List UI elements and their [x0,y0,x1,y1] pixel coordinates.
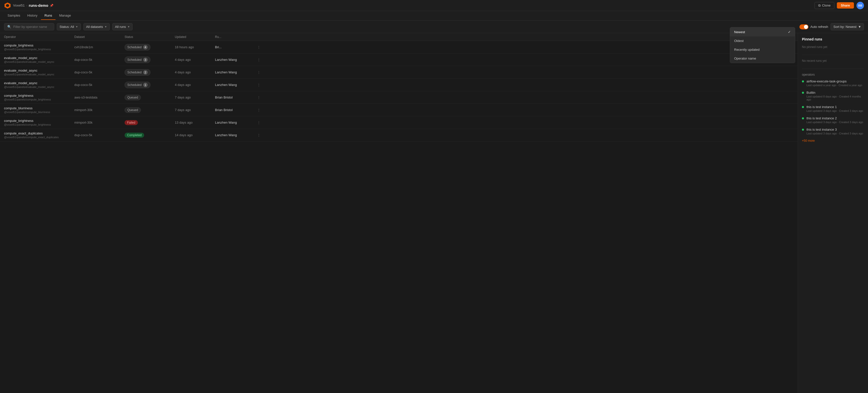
search-input[interactable] [13,25,51,29]
project-name[interactable]: Voxel51 [13,3,25,7]
dataset-cell: dup-coco-5k [74,58,125,62]
row-more-button[interactable]: ⋮ [255,69,262,76]
sort-option[interactable]: Recently updated [730,45,795,54]
table-row[interactable]: compute_exact_duplicates @voxel51/panels… [0,129,798,142]
current-project: runs-demo [29,3,49,7]
operator-name: evaluate_model_async [4,81,74,85]
operator-path: @voxel51/panels/compute_exact_duplicates [4,136,74,139]
topbar: Voxel51 › runs-demo 📌 ⧉ Clone Share BB [0,0,868,11]
operator-cell: evaluate_model_async @voxel51/panels/eva… [4,81,74,88]
status-cell: Failed [125,120,175,125]
datasets-chevron-icon: ▼ [104,25,107,28]
col-actions [255,35,265,39]
sort-option[interactable]: Newest ✓ [730,27,795,36]
runner-cell: Bri... [215,45,255,49]
row-more-button[interactable]: ⋮ [255,119,262,126]
tab-manage[interactable]: Manage [56,11,74,20]
op-meta: Last updated 8 days ago · Created 4 mont… [806,95,864,101]
auto-refresh-switch[interactable] [800,24,808,29]
runner-cell: Lanzhen Wang [215,58,255,62]
updated-cell: 7 days ago [175,95,215,99]
status-badge: Queued [125,107,141,113]
op-info: this is test instance 2 Last updated 3 d… [806,116,864,124]
runs-chevron-icon: ▼ [127,25,130,28]
op-status-dot [802,92,804,94]
tab-samples[interactable]: Samples [4,11,24,20]
sort-button[interactable]: Sort by: Newest ▼ [831,23,864,30]
updated-cell: 4 days ago [175,70,215,74]
runs-filter[interactable]: All runs ▼ [112,23,133,30]
row-more-button[interactable]: ⋮ [255,132,262,139]
operator-name: evaluate_model_async [4,56,74,60]
operator-name: compute_brightness [4,94,74,97]
table-row[interactable]: evaluate_model_async @voxel51/panels/eva… [0,66,798,79]
row-more-button[interactable]: ⋮ [255,44,262,51]
updated-cell: 4 days ago [175,58,215,62]
row-more-button[interactable]: ⋮ [255,94,262,101]
clone-button[interactable]: ⧉ Clone [814,2,834,9]
table-row[interactable]: compute_brightness @voxel51/panels/compu… [0,91,798,104]
sort-option[interactable]: Operator name [730,54,795,63]
updated-cell: 4 days ago [175,83,215,87]
updated-cell: 7 days ago [175,108,215,112]
status-cell: Completed [125,133,175,138]
share-button[interactable]: Share [837,2,854,8]
table-row[interactable]: evaluate_model_async @voxel51/panels/eva… [0,54,798,66]
tab-runs[interactable]: Runs [41,11,56,20]
operator-cell: evaluate_model_async @voxel51/panels/eva… [4,69,74,76]
runner-cell: Lanzhen Wang [215,121,255,124]
op-status-dot [802,129,804,131]
table-row[interactable]: compute_blurriness @voxel51/panels/compu… [0,104,798,116]
operators-list: airflow-execute-task-groups Last updated… [802,80,864,135]
op-status-dot [802,81,804,83]
tab-history[interactable]: History [24,11,41,20]
op-name: airflow-execute-task-groups [806,80,864,83]
datasets-filter[interactable]: All datasets ▼ [83,23,110,30]
more-operators-link[interactable]: +50 more [802,139,864,143]
sort-option[interactable]: Oldest [730,36,795,45]
row-more-button[interactable]: ⋮ [255,56,262,63]
runner-cell: Lanzhen Wang [215,133,255,137]
dataset-cell: dup-coco-5k [74,133,125,137]
op-name: this is test instance 2 [806,116,864,120]
operator-item[interactable]: Builtin Last updated 8 days ago · Create… [802,91,864,101]
sort-option-label: Operator name [734,57,756,60]
runner-cell: Brian Bristol [215,108,255,112]
operator-item[interactable]: this is test instance 1 Last updated 3 d… [802,105,864,112]
operator-path: @voxel51/panels/evaluate_model_async [4,73,74,76]
table-row[interactable]: compute_brightness @voxel51/panels/compu… [0,116,798,129]
sort-checkmark-icon: ✓ [788,30,791,34]
operator-name: evaluate_model_async [4,69,74,72]
table-row[interactable]: evaluate_model_async @voxel51/panels/eva… [0,79,798,91]
col-updated: Updated [175,35,215,39]
breadcrumb-separator: › [26,3,27,7]
op-meta: Last updated 3 days ago · Created 3 days… [806,121,864,124]
operator-cell: compute_brightness @voxel51/panels/compu… [4,43,74,51]
col-status: Status [125,35,175,39]
status-filter[interactable]: Status: All ▼ [57,23,81,30]
status-badge: Scheduled3 [125,57,150,63]
pin-icon[interactable]: 📌 [50,4,54,7]
op-info: Builtin Last updated 8 days ago · Create… [806,91,864,101]
nav-tabs: Samples History Runs Manage [0,11,868,21]
table-row[interactable]: compute_brightness @voxel51/panels/compu… [0,41,798,54]
op-info: this is test instance 1 Last updated 3 d… [806,105,864,112]
row-more-button[interactable]: ⋮ [255,82,262,88]
col-run: Ru... [215,35,255,39]
operator-item[interactable]: airflow-execute-task-groups Last updated… [802,80,864,87]
updated-cell: 13 days ago [175,121,215,124]
op-meta: Last updated 3 days ago · Created 3 days… [806,109,864,112]
row-more-button[interactable]: ⋮ [255,107,262,114]
pinned-runs-title: Pinned runs [802,37,864,41]
operator-item[interactable]: this is test instance 3 Last updated 3 d… [802,128,864,135]
dataset-cell: dup-coco-5k [74,83,125,87]
operator-path: @voxel51/panels/compute_blurriness [4,111,74,114]
status-cell: Scheduled2 [125,69,175,75]
operator-path: @voxel51/panels/compute_brightness [4,48,74,51]
status-cell: Queued [125,107,175,113]
status-chevron-icon: ▼ [75,25,78,28]
sort-chevron-icon: ▼ [858,25,861,29]
sort-label: Sort by: Newest [833,25,857,29]
operator-item[interactable]: this is test instance 2 Last updated 3 d… [802,116,864,124]
op-info: airflow-execute-task-groups Last updated… [806,80,864,87]
